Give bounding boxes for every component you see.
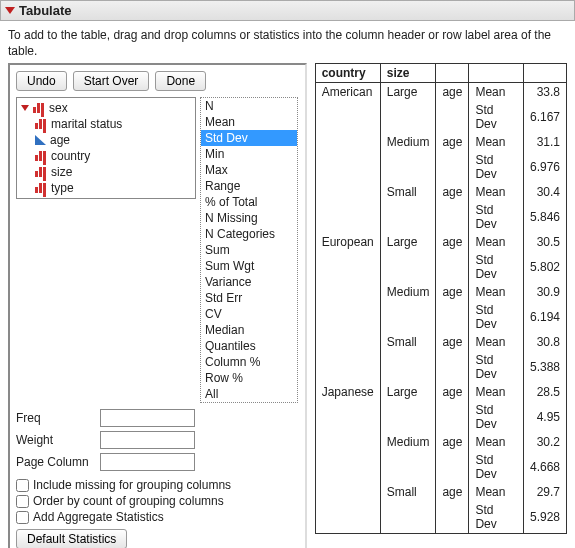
- cell-size: [380, 301, 436, 333]
- cell-size: Large: [380, 383, 436, 401]
- result-table: country size AmericanLargeageMean33.8Std…: [315, 63, 567, 534]
- cell-val: 4.95: [523, 401, 566, 433]
- include-missing-checkbox[interactable]: [16, 479, 29, 492]
- stat-item-n[interactable]: N: [201, 98, 297, 114]
- cell-size: Medium: [380, 133, 436, 151]
- stat-item-column-[interactable]: Column %: [201, 354, 297, 370]
- freq-input[interactable]: [100, 409, 195, 427]
- column-item-type[interactable]: type: [19, 180, 193, 196]
- weight-input[interactable]: [100, 431, 195, 449]
- cell-country: [315, 351, 380, 383]
- start-over-button[interactable]: Start Over: [73, 71, 150, 91]
- nominal-icon: [33, 103, 45, 113]
- cell-var: [436, 401, 469, 433]
- weight-label: Weight: [16, 433, 94, 447]
- table-row: Std Dev4.95: [315, 401, 566, 433]
- cell-var: [436, 201, 469, 233]
- column-item-country[interactable]: country: [19, 148, 193, 164]
- cell-var: [436, 301, 469, 333]
- disclosure-small-icon: [21, 105, 29, 111]
- column-item-sex[interactable]: sex: [19, 100, 193, 116]
- column-label: type: [51, 181, 74, 195]
- cell-var: [436, 501, 469, 534]
- table-row: Std Dev5.928: [315, 501, 566, 534]
- cell-var: [436, 101, 469, 133]
- cell-val: 31.1: [523, 133, 566, 151]
- header-country[interactable]: country: [315, 64, 380, 83]
- statistics-list[interactable]: NMeanStd DevMinMaxRange% of TotalN Missi…: [200, 97, 298, 403]
- cell-size: Large: [380, 233, 436, 251]
- stat-item-std-err[interactable]: Std Err: [201, 290, 297, 306]
- header-blank2: [469, 64, 524, 83]
- panel-title: Tabulate: [19, 3, 72, 18]
- column-item-size[interactable]: size: [19, 164, 193, 180]
- stat-item-max[interactable]: Max: [201, 162, 297, 178]
- stat-item-cv[interactable]: CV: [201, 306, 297, 322]
- cell-val: 28.5: [523, 383, 566, 401]
- cell-val: 5.846: [523, 201, 566, 233]
- cell-country: [315, 483, 380, 501]
- stat-item-median[interactable]: Median: [201, 322, 297, 338]
- cell-var: age: [436, 283, 469, 301]
- page-column-input[interactable]: [100, 453, 195, 471]
- cell-stat: Mean: [469, 433, 524, 451]
- stat-item-n-categories[interactable]: N Categories: [201, 226, 297, 242]
- table-row: Std Dev5.388: [315, 351, 566, 383]
- cell-country: American: [315, 83, 380, 102]
- cell-country: [315, 101, 380, 133]
- cell-country: [315, 433, 380, 451]
- stat-item-row-[interactable]: Row %: [201, 370, 297, 386]
- cell-size: [380, 101, 436, 133]
- cell-size: Small: [380, 183, 436, 201]
- result-table-wrap: country size AmericanLargeageMean33.8Std…: [315, 63, 567, 534]
- cell-stat: Mean: [469, 183, 524, 201]
- cell-stat: Std Dev: [469, 151, 524, 183]
- add-aggregate-checkbox[interactable]: [16, 511, 29, 524]
- cell-stat: Std Dev: [469, 401, 524, 433]
- stat-item--of-total[interactable]: % of Total: [201, 194, 297, 210]
- column-item-age[interactable]: age: [19, 132, 193, 148]
- column-list[interactable]: sexmarital statusagecountrysizetype: [16, 97, 196, 199]
- table-row: JapaneseLargeageMean28.5: [315, 383, 566, 401]
- table-row: Std Dev6.194: [315, 301, 566, 333]
- order-by-count-checkbox[interactable]: [16, 495, 29, 508]
- cell-size: [380, 251, 436, 283]
- cell-val: 30.5: [523, 233, 566, 251]
- stat-item-min[interactable]: Min: [201, 146, 297, 162]
- table-row: Std Dev6.976: [315, 151, 566, 183]
- stat-item-n-missing[interactable]: N Missing: [201, 210, 297, 226]
- undo-button[interactable]: Undo: [16, 71, 67, 91]
- cell-country: [315, 183, 380, 201]
- default-statistics-button[interactable]: Default Statistics: [16, 529, 127, 548]
- stat-item-quantiles[interactable]: Quantiles: [201, 338, 297, 354]
- stat-item-sum[interactable]: Sum: [201, 242, 297, 258]
- cell-val: 30.4: [523, 183, 566, 201]
- table-row: MediumageMean30.9: [315, 283, 566, 301]
- stat-item-mean[interactable]: Mean: [201, 114, 297, 130]
- cell-var: age: [436, 483, 469, 501]
- title-bar: Tabulate: [0, 0, 575, 21]
- table-row: Std Dev6.167: [315, 101, 566, 133]
- stat-item-all[interactable]: All: [201, 386, 297, 402]
- order-by-count-label: Order by count of grouping columns: [33, 494, 224, 508]
- cell-val: 6.976: [523, 151, 566, 183]
- cell-size: Medium: [380, 433, 436, 451]
- header-size[interactable]: size: [380, 64, 436, 83]
- stat-item-range[interactable]: Range: [201, 178, 297, 194]
- stat-item-std-dev[interactable]: Std Dev: [201, 130, 297, 146]
- stat-item-sum-wgt[interactable]: Sum Wgt: [201, 258, 297, 274]
- cell-country: [315, 133, 380, 151]
- cell-stat: Std Dev: [469, 501, 524, 534]
- nominal-icon: [35, 167, 47, 177]
- table-row: SmallageMean30.4: [315, 183, 566, 201]
- cell-val: 30.8: [523, 333, 566, 351]
- stat-item-variance[interactable]: Variance: [201, 274, 297, 290]
- cell-country: [315, 201, 380, 233]
- header-blank3: [523, 64, 566, 83]
- table-row: SmallageMean30.8: [315, 333, 566, 351]
- disclosure-icon[interactable]: [5, 7, 15, 14]
- column-item-marital-status[interactable]: marital status: [19, 116, 193, 132]
- done-button[interactable]: Done: [155, 71, 206, 91]
- cell-country: Japanese: [315, 383, 380, 401]
- header-blank1: [436, 64, 469, 83]
